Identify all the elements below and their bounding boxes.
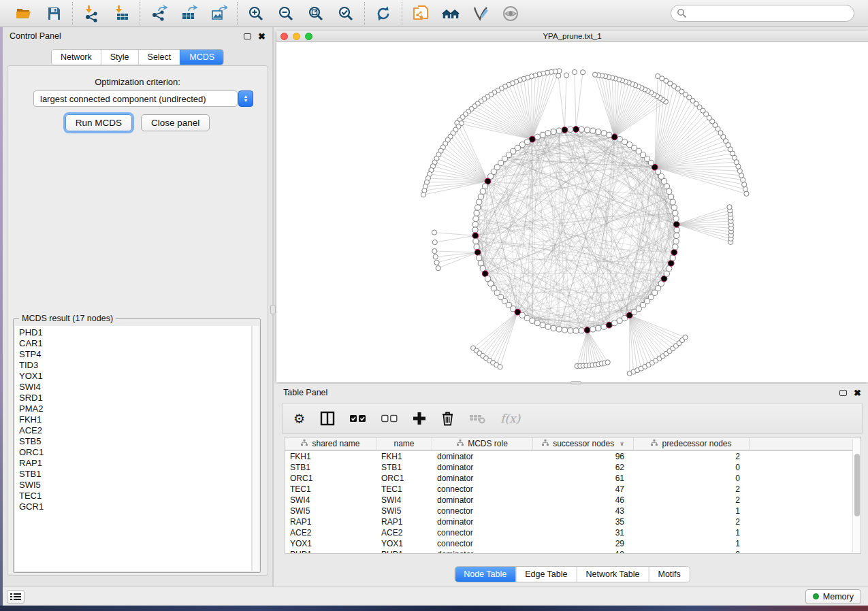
clone-network-icon[interactable]: [412, 5, 430, 22]
save-icon[interactable]: [45, 5, 63, 22]
mcds-result-item[interactable]: SRD1: [19, 393, 251, 403]
mcds-result-item[interactable]: STB5: [19, 436, 251, 447]
table-cell: PHD1: [285, 549, 376, 554]
search-input[interactable]: [671, 5, 854, 22]
table-row[interactable]: FKH1FKH1dominator962: [285, 451, 861, 462]
mcds-result-item[interactable]: PMA2: [19, 403, 251, 414]
mcds-result-item[interactable]: PHD1: [19, 327, 251, 338]
table-cell: 2: [634, 484, 750, 495]
close-panel-button[interactable]: Close panel: [141, 114, 210, 131]
export-image-icon[interactable]: [210, 5, 227, 22]
houses-icon[interactable]: [442, 5, 460, 22]
float-panel-icon[interactable]: [244, 33, 251, 39]
table-cell: SWI4: [285, 495, 376, 506]
network-view-titlebar[interactable]: YPA_prune.txt_1: [276, 31, 868, 42]
zoom-selected-icon[interactable]: [337, 5, 355, 22]
marker-icon[interactable]: [472, 5, 489, 22]
mcds-result-item[interactable]: SWI5: [19, 480, 251, 491]
task-list-icon[interactable]: [7, 590, 25, 604]
sort-descending-icon: ∨: [620, 440, 624, 447]
refresh-icon[interactable]: [374, 5, 392, 22]
table-panel-title: Table Panel: [283, 388, 327, 397]
column-header-predecessor-nodes[interactable]: predecessor nodes: [634, 437, 750, 450]
network-graph-svg[interactable]: [276, 42, 868, 382]
mcds-result-item[interactable]: YOX1: [19, 371, 251, 382]
column-label: predecessor nodes: [662, 439, 731, 448]
mcds-result-item[interactable]: GCR1: [19, 501, 251, 512]
table-cell: SWI5: [376, 506, 432, 516]
tab-node-table[interactable]: Node Table: [455, 567, 515, 582]
float-table-panel-icon[interactable]: [839, 390, 847, 396]
delete-column-icon[interactable]: [441, 410, 454, 427]
main-toolbar: [0, 0, 868, 27]
table-row[interactable]: TEC1TEC1connector472: [285, 484, 861, 495]
tab-motifs[interactable]: Motifs: [648, 567, 689, 582]
table-scrollbar[interactable]: [852, 439, 861, 552]
mcds-result-item[interactable]: STP4: [19, 349, 251, 360]
column-header-filler: [750, 437, 861, 450]
column-header-shared-name[interactable]: shared name: [285, 437, 376, 450]
tab-style[interactable]: Style: [101, 50, 138, 65]
table-cell: 47: [533, 484, 634, 495]
mcds-result-item[interactable]: TID3: [19, 360, 251, 371]
run-mcds-button[interactable]: Run MCDS: [65, 114, 132, 131]
vertical-splitter-handle[interactable]: [270, 305, 276, 314]
memory-button[interactable]: Memory: [805, 589, 861, 604]
import-network-icon[interactable]: [82, 5, 100, 22]
mcds-result-item[interactable]: RAP1: [19, 458, 251, 469]
mcds-result-item[interactable]: FKH1: [19, 414, 251, 425]
close-panel-icon[interactable]: ✖: [258, 32, 266, 41]
gear-icon[interactable]: ⚙: [293, 410, 305, 427]
mcds-result-group: MCDS result (17 nodes) PHD1CAR1STP4TID3Y…: [13, 318, 261, 573]
table-toolbar: ⚙ f(x): [282, 403, 863, 434]
tab-select[interactable]: Select: [138, 50, 180, 65]
mcds-result-item[interactable]: ORC1: [19, 447, 251, 458]
column-header-name[interactable]: name: [376, 437, 432, 450]
control-panel-header: Control Panel ✖: [3, 27, 272, 45]
mcds-result-item[interactable]: CAR1: [19, 338, 251, 349]
close-table-panel-icon[interactable]: ✖: [854, 389, 861, 397]
table-cell: dominator: [432, 516, 533, 527]
import-table-icon[interactable]: [112, 5, 130, 22]
table-row[interactable]: SWI5SWI5connector431: [285, 506, 861, 516]
criterion-value: largest connected component (undirected): [40, 94, 206, 104]
table-row[interactable]: ACE2ACE2connector311: [285, 527, 861, 538]
criterion-dropdown[interactable]: largest connected component (undirected)…: [33, 90, 238, 107]
tab-mcds[interactable]: MCDS: [180, 50, 223, 65]
table-row[interactable]: RAP1RAP1dominator352: [285, 516, 861, 527]
deselect-all-icon[interactable]: [381, 410, 398, 427]
export-table-icon[interactable]: [180, 5, 197, 22]
tab-network[interactable]: Network: [52, 50, 101, 65]
table-row[interactable]: SWI4SWI4dominator462: [285, 495, 861, 506]
mcds-list-scrollbar[interactable]: [252, 326, 259, 571]
network-canvas[interactable]: [276, 42, 868, 382]
table-row[interactable]: STB1STB1dominator620: [285, 462, 861, 473]
zoom-in-icon[interactable]: [247, 5, 265, 22]
table-row[interactable]: ORC1ORC1dominator610: [285, 473, 861, 484]
add-column-icon[interactable]: [413, 410, 426, 427]
desktop-wallpaper-bottom: [0, 606, 868, 611]
horizontal-splitter-handle[interactable]: [570, 381, 581, 384]
column-header-successor-nodes[interactable]: successor nodes∨: [533, 437, 634, 450]
mcds-result-list[interactable]: PHD1CAR1STP4TID3YOX1SWI4SRD1PMA2FKH1ACE2…: [15, 326, 252, 571]
mcds-result-item[interactable]: SWI4: [19, 382, 251, 393]
open-folder-icon[interactable]: [15, 5, 33, 22]
eye-icon[interactable]: [502, 5, 519, 22]
table-scrollbar-thumb[interactable]: [854, 454, 860, 516]
table-cell: dominator: [432, 462, 533, 473]
zoom-out-icon[interactable]: [277, 5, 295, 22]
tab-network-table[interactable]: Network Table: [577, 567, 649, 582]
export-network-icon[interactable]: [150, 5, 167, 22]
table-row[interactable]: YOX1YOX1connector291: [285, 538, 861, 549]
table-cell: dominator: [432, 495, 533, 506]
mcds-result-item[interactable]: ACE2: [19, 425, 251, 436]
show-columns-icon[interactable]: [320, 410, 335, 427]
mcds-result-item[interactable]: STB1: [19, 469, 251, 480]
select-all-icon[interactable]: [350, 410, 366, 427]
table-row[interactable]: PHD1PHD1dominator180: [285, 549, 861, 554]
column-header-mcds-role[interactable]: MCDS role: [432, 437, 533, 450]
zoom-fit-icon[interactable]: [307, 5, 325, 22]
table-cell: STB1: [376, 462, 432, 473]
mcds-result-item[interactable]: TEC1: [19, 491, 251, 501]
tab-edge-table[interactable]: Edge Table: [515, 567, 576, 582]
